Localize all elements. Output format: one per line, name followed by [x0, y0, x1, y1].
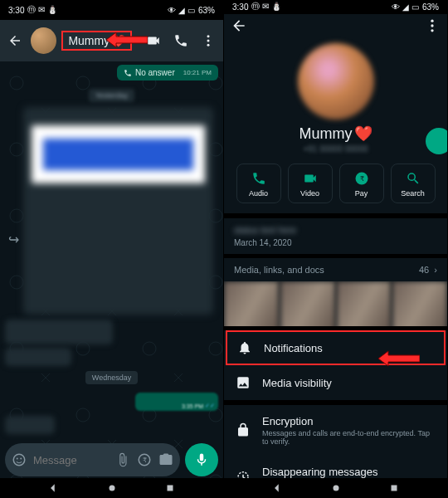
- media-thumbnail[interactable]: [392, 281, 447, 325]
- search-action[interactable]: Search: [391, 164, 436, 203]
- heart-icon: ❤️: [354, 124, 373, 143]
- svg-point-0: [207, 35, 210, 37]
- outgoing-message[interactable]: 3:35 PM: [135, 393, 218, 411]
- nav-home-icon[interactable]: [330, 482, 342, 494]
- contact-name-highlight[interactable]: Mummy ❤️: [61, 31, 132, 51]
- missed-call-label: No answer: [135, 68, 175, 77]
- voice-call-button[interactable]: [169, 29, 192, 52]
- clock-text: 3:30: [232, 2, 248, 12]
- incoming-message[interactable]: [5, 416, 55, 434]
- image-icon: [236, 375, 251, 390]
- status-icons: ⓜ ✉ ⛄: [27, 4, 57, 16]
- rupee-icon[interactable]: ₹: [137, 452, 152, 467]
- encryption-label: Encryption: [262, 415, 313, 427]
- nav-home-icon[interactable]: [106, 482, 118, 494]
- audio-call-action[interactable]: Audio: [236, 164, 281, 203]
- status-icons: ⓜ ✉ ⛄: [251, 1, 281, 12]
- svg-text:₹: ₹: [143, 456, 147, 464]
- pay-action[interactable]: ₹ Pay: [339, 164, 384, 203]
- media-label: Media, links, and docs: [234, 265, 324, 275]
- svg-rect-17: [392, 486, 397, 491]
- status-bar: 3:30 ⓜ ✉ ⛄ 👁 ◢ ▭ 63%: [224, 0, 447, 14]
- media-strip[interactable]: [224, 281, 447, 325]
- about-text-blurred: status text here: [234, 225, 437, 235]
- video-call-action[interactable]: Video: [288, 164, 333, 203]
- svg-point-11: [431, 24, 433, 27]
- status-bar: 3:30 ⓜ ✉ ⛄ 👁 ◢ ▭ 63%: [0, 0, 223, 20]
- lock-icon: [236, 422, 251, 437]
- chat-body[interactable]: No answer 10:21 PM Yesterday ↪ Wednesday…: [0, 61, 223, 440]
- mic-button[interactable]: [185, 443, 218, 476]
- profile-avatar[interactable]: [298, 43, 374, 120]
- svg-point-12: [431, 29, 433, 32]
- media-visibility-setting[interactable]: Media visibility: [224, 365, 447, 400]
- media-thumbnail[interactable]: [224, 281, 279, 325]
- profile-phone-blurred: +91 00000 00000: [224, 144, 447, 154]
- media-thumbnail[interactable]: [280, 281, 335, 325]
- nav-recent-icon[interactable]: [388, 482, 400, 494]
- chat-screen: 3:30 ⓜ ✉ ⛄ 👁 ◢ ▭ 63% Mummy ❤️: [0, 0, 224, 498]
- message-input[interactable]: [33, 454, 109, 466]
- back-button[interactable]: [231, 17, 247, 37]
- chat-avatar[interactable]: [31, 27, 56, 54]
- attach-icon[interactable]: [115, 452, 130, 467]
- contact-info-screen: 3:30 ⓜ ✉ ⛄ 👁 ◢ ▭ 63% Mummy ❤️ +91 00000 …: [224, 0, 448, 498]
- android-navbar: [224, 478, 447, 498]
- video-call-button[interactable]: [142, 29, 164, 52]
- signal-icons: 👁 ◢ ▭: [392, 2, 419, 12]
- camera-icon[interactable]: [158, 452, 173, 467]
- forward-icon[interactable]: ↪: [8, 232, 19, 247]
- message-field-wrap: ₹: [5, 443, 180, 476]
- missed-call-bubble[interactable]: No answer 10:21 PM: [117, 65, 218, 81]
- android-navbar: [0, 478, 223, 498]
- svg-rect-9: [168, 486, 173, 491]
- incoming-message[interactable]: [5, 348, 71, 366]
- profile-name: Mummy ❤️: [224, 124, 447, 143]
- media-count: 46 ›: [419, 265, 437, 275]
- svg-text:₹: ₹: [359, 175, 363, 183]
- date-chip: Wednesday: [85, 371, 138, 384]
- media-thumbnail[interactable]: [337, 281, 392, 325]
- media-visibility-label: Media visibility: [262, 377, 332, 389]
- contact-name: Mummy: [68, 34, 110, 47]
- battery-text: 63%: [198, 6, 215, 15]
- chat-header: Mummy ❤️: [0, 20, 223, 61]
- signal-icons: 👁 ◢ ▭: [168, 6, 195, 15]
- svg-point-16: [333, 486, 338, 491]
- date-chip: Yesterday: [89, 89, 135, 102]
- disappearing-label: Disappearing messages: [262, 466, 377, 478]
- nav-back-icon[interactable]: [271, 482, 283, 494]
- nav-recent-icon[interactable]: [164, 482, 176, 494]
- info-header: [224, 14, 447, 40]
- svg-point-10: [431, 19, 433, 22]
- about-block[interactable]: status text here March 14, 2020: [224, 218, 447, 254]
- svg-point-1: [207, 40, 210, 42]
- more-menu-button[interactable]: [197, 29, 220, 52]
- more-menu-button[interactable]: [424, 17, 441, 37]
- about-date: March 14, 2020: [234, 238, 437, 247]
- back-button[interactable]: [3, 29, 26, 52]
- incoming-message[interactable]: [5, 320, 113, 344]
- svg-point-4: [17, 458, 18, 460]
- action-row: Audio Video ₹ Pay Search: [232, 164, 439, 203]
- bell-icon: [237, 340, 252, 355]
- media-links-docs-row[interactable]: Media, links, and docs 46 ›: [224, 258, 447, 281]
- notifications-label: Notifications: [264, 342, 323, 354]
- nav-back-icon[interactable]: [47, 482, 59, 494]
- missed-call-time: 10:21 PM: [183, 69, 212, 76]
- heart-icon: ❤️: [111, 34, 125, 47]
- chat-input-bar: ₹: [5, 443, 218, 476]
- svg-point-8: [109, 486, 114, 491]
- svg-point-5: [20, 458, 22, 460]
- svg-point-2: [207, 44, 210, 46]
- emoji-icon[interactable]: [12, 452, 27, 467]
- encryption-sublabel: Messages and calls are end-to-end encryp…: [262, 429, 436, 446]
- incoming-media-message[interactable]: [23, 107, 213, 315]
- battery-text: 63%: [422, 2, 439, 12]
- svg-point-3: [13, 454, 25, 466]
- clock-text: 3:30: [8, 6, 24, 15]
- notifications-setting[interactable]: Notifications: [226, 330, 446, 365]
- encryption-setting[interactable]: Encryption Messages and calls are end-to…: [224, 405, 447, 456]
